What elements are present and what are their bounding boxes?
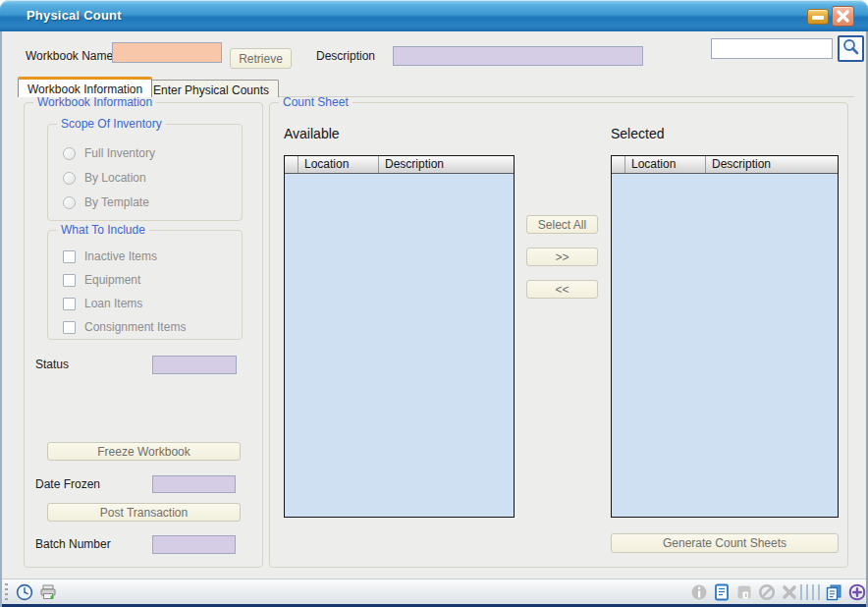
radio-by-template[interactable]: By Template	[63, 195, 149, 209]
generate-count-sheets-button[interactable]: Generate Count Sheets	[611, 533, 839, 553]
checkbox-label: Consignment Items	[84, 320, 186, 334]
description-input[interactable]	[393, 46, 643, 66]
location-column-header[interactable]: Location	[298, 156, 379, 173]
description-column-header[interactable]: Description	[379, 156, 514, 173]
physical-count-window: Physical Count Workbook Name Retrieve De…	[0, 0, 868, 607]
radio-icon	[63, 196, 76, 209]
tab-enter-physical-counts[interactable]: Enter Physical Counts	[143, 80, 279, 97]
available-list[interactable]: Location Description	[284, 155, 515, 518]
checkbox-label: Equipment	[84, 273, 140, 287]
search-icon	[841, 37, 861, 58]
radio-icon	[63, 147, 76, 160]
print-icon[interactable]	[39, 583, 57, 601]
row-selector-column-header[interactable]	[612, 156, 625, 173]
checkbox-loan-items[interactable]: Loan Items	[63, 297, 142, 310]
workbook-information-group-title: Workbook Information	[33, 95, 156, 109]
titlebar: Physical Count	[0, 0, 868, 31]
batch-number-field	[152, 535, 236, 554]
search-button[interactable]	[838, 35, 864, 62]
checkbox-label: Inactive Items	[84, 249, 157, 263]
freeze-workbook-button[interactable]: Freeze Workbook	[47, 442, 241, 461]
description-column-header[interactable]: Description	[706, 156, 838, 173]
selected-list[interactable]: Location Description	[611, 155, 839, 518]
checkbox-icon	[63, 250, 76, 263]
batch-number-label: Batch Number	[35, 537, 111, 551]
document-icon[interactable]	[713, 583, 731, 601]
available-list-header: Location Description	[285, 156, 514, 174]
radio-full-inventory[interactable]: Full Inventory	[63, 146, 155, 160]
retrieve-button[interactable]: Retrieve	[230, 48, 292, 69]
radio-by-location[interactable]: By Location	[63, 171, 146, 185]
status-label: Status	[35, 358, 69, 371]
move-left-button[interactable]: <<	[526, 280, 598, 299]
save-icon[interactable]	[735, 583, 753, 601]
workbook-name-label: Workbook Name	[26, 49, 113, 63]
row-selector-column-header[interactable]	[285, 156, 298, 173]
minimize-icon	[812, 16, 824, 20]
what-to-include-group-title: What To Include	[57, 223, 149, 237]
checkbox-label: Loan Items	[84, 297, 142, 310]
radio-label: By Template	[84, 195, 149, 209]
info-icon[interactable]	[690, 583, 708, 601]
tab-workbook-information[interactable]: Workbook Information	[18, 77, 152, 97]
statusbar	[2, 579, 866, 604]
radio-label: By Location	[84, 171, 146, 185]
checkbox-inactive-items[interactable]: Inactive Items	[63, 249, 157, 263]
workbook-name-input[interactable]	[112, 42, 222, 63]
checkbox-icon	[63, 298, 76, 310]
location-column-header[interactable]: Location	[625, 156, 706, 173]
add-icon[interactable]	[848, 583, 866, 601]
clock-icon[interactable]	[16, 583, 33, 601]
select-all-button[interactable]: Select All	[526, 215, 598, 234]
toolbar-grip[interactable]	[5, 583, 8, 601]
date-frozen-field	[152, 475, 236, 493]
move-right-button[interactable]: >>	[526, 248, 598, 266]
delete-icon[interactable]	[781, 583, 798, 601]
radio-label: Full Inventory	[84, 146, 155, 160]
checkbox-consignment-items[interactable]: Consignment Items	[63, 320, 186, 334]
checkbox-icon	[63, 274, 76, 287]
copy-icon[interactable]	[825, 583, 842, 601]
selected-list-header: Location Description	[612, 156, 838, 174]
checkbox-equipment[interactable]: Equipment	[63, 273, 140, 287]
count-sheet-group-title: Count Sheet	[279, 95, 353, 109]
checkbox-icon	[63, 321, 76, 334]
window-title: Physical Count	[27, 8, 122, 23]
toolbar-separator	[800, 584, 820, 600]
date-frozen-label: Date Frozen	[35, 477, 100, 491]
close-icon	[836, 9, 850, 24]
radio-icon	[63, 172, 76, 185]
scope-of-inventory-group-title: Scope Of Inventory	[57, 117, 166, 131]
cancel-icon[interactable]	[758, 583, 776, 601]
selected-list-title: Selected	[611, 126, 664, 141]
post-transaction-button[interactable]: Post Transaction	[47, 503, 241, 522]
description-label: Description	[316, 49, 375, 63]
close-button[interactable]	[832, 6, 854, 27]
search-input[interactable]	[711, 38, 833, 59]
available-list-title: Available	[284, 126, 340, 141]
minimize-button[interactable]	[807, 9, 829, 25]
status-field	[152, 356, 237, 374]
